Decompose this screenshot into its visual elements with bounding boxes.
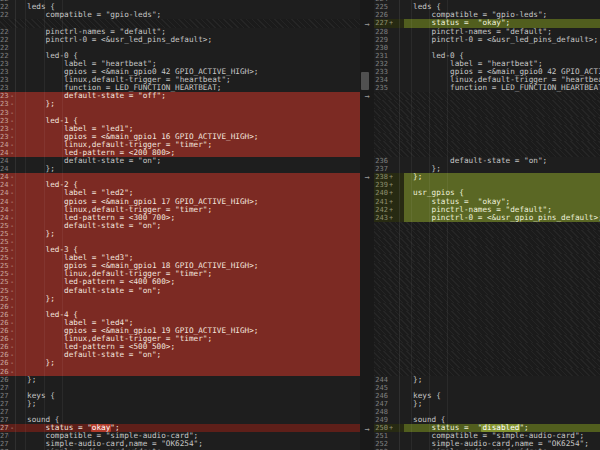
code-line: }; [15, 165, 360, 173]
diff-row-filler [374, 230, 600, 238]
diff-row-context: 277 simple-audio-card,name = "OK6254"; [0, 440, 360, 448]
diff-row-deleted: 262- label = "led4"; [0, 319, 360, 327]
gutter-spacer [393, 44, 404, 52]
line-number: 226 [374, 11, 388, 19]
code-line: pinctrl-names = "default"; [15, 28, 360, 36]
code-line: default-state = "on"; [15, 351, 360, 359]
line-number: 234 [374, 76, 388, 84]
diff-row-changed-new: 250+ status = "disabled"; [374, 424, 600, 432]
code-line [15, 238, 360, 246]
diff-row-context: 251 compatible = "simple-audio-card"; [374, 432, 600, 440]
code-line [404, 384, 600, 392]
diff-row-filler [374, 238, 600, 246]
line-number: 245 [0, 181, 9, 189]
code-line: }; [15, 400, 360, 408]
line-number: 270 [0, 384, 9, 392]
code-line [15, 173, 360, 181]
line-number: 249 [374, 416, 388, 424]
code-line: pinctrl-0 = <&usr_gpio_pins_default>; [404, 214, 600, 222]
diff-row-filler [0, 19, 360, 27]
diff-row-context: 230 [374, 44, 600, 52]
gutter-spacer [393, 214, 404, 222]
diff-row-filler [374, 311, 600, 319]
diff-row-filler [374, 117, 600, 125]
code-line: }; [404, 376, 600, 384]
code-line: linux,default-trigger = "timer"; [15, 335, 360, 343]
diff-row-context: 225leds { [374, 3, 600, 11]
diff-row-deleted: 258- default-state = "on"; [0, 287, 360, 295]
code-line: gpios = <&main_gpio1 18 GPIO_ACTIVE_HIGH… [15, 262, 360, 270]
diff-row-filler [374, 125, 600, 133]
diff-row-deleted: 253- led-3 { [0, 246, 360, 254]
right-pane-new-file[interactable]: 224225leds {226 compatible = "gpio-leds"… [374, 0, 600, 450]
diff-row-context: 225 compatible = "gpio-leds"; [0, 11, 360, 19]
code-line: function = LED_FUNCTION_HEARTBEAT; [404, 84, 600, 92]
code-line: pinctrl-0 = <&usr_led_pins_default>; [404, 36, 600, 44]
code-line: pinctrl-0 = <&usr_led_pins_default>; [15, 36, 360, 44]
line-number: 265 [0, 343, 9, 351]
diff-viewer: 223224leds {225 compatible = "gpio-leds"… [0, 0, 600, 450]
line-number: 237 [374, 165, 388, 173]
diff-row-deleted: 244- [0, 173, 360, 181]
line-number: 227 [0, 36, 9, 44]
diff-row-deleted: 239- gpios = <&main_gpio1 16 GPIO_ACTIVE… [0, 133, 360, 141]
diff-row-context: 246keys { [374, 392, 600, 400]
line-number: 243 [0, 165, 9, 173]
code-line [404, 181, 600, 189]
code-line: label = "heartbeat"; [404, 60, 600, 68]
line-number: 244 [0, 173, 9, 181]
change-arrow-icon[interactable]: → [357, 92, 377, 100]
code-line [15, 109, 360, 117]
diff-row-filler [374, 335, 600, 343]
diff-row-deleted: 261- led-4 { [0, 311, 360, 319]
line-number: 255 [0, 262, 9, 270]
line-number: 254 [0, 254, 9, 262]
diff-row-deleted: 234- default-state = "off"; [0, 92, 360, 100]
diff-row-filler [374, 351, 600, 359]
diff-row-changed-old: 275- status = "okay"; [0, 424, 360, 432]
left-pane-old-file[interactable]: 223224leds {225 compatible = "gpio-leds"… [0, 0, 360, 450]
gutter-spacer [393, 432, 404, 440]
diff-row-deleted: 246- label = "led2"; [0, 189, 360, 197]
code-line [404, 408, 600, 416]
diff-row-context: 236 default-state = "on"; [374, 157, 600, 165]
code-line: gpios = <&main_gpio0 42 GPIO_ACTIVE_HIGH… [15, 68, 360, 76]
center-gutter: →→→→ [360, 0, 374, 450]
diff-row-filler [374, 100, 600, 108]
diff-row-added: 241+ status = "okay"; [374, 198, 600, 206]
diff-row-context: 249sound { [374, 416, 600, 424]
diff-row-deleted: 248- linux,default-trigger = "timer"; [0, 206, 360, 214]
code-line: status = "disabled"; [404, 424, 600, 432]
code-line: }; [404, 173, 600, 181]
diff-row-context: 233 gpios = <&main_gpio0 42 GPIO_ACTIVE_… [374, 68, 600, 76]
change-arrow-icon[interactable]: → [357, 173, 377, 181]
line-number: 250 [0, 222, 9, 230]
gutter-spacer [393, 36, 404, 44]
diff-row-context: 231 gpios = <&main_gpio0 42 GPIO_ACTIVE_… [0, 68, 360, 76]
line-number: 272 [0, 400, 9, 408]
change-arrow-icon[interactable]: → [357, 20, 377, 28]
line-number: 266 [0, 351, 9, 359]
diff-row-context: 248 [374, 408, 600, 416]
line-number: 259 [0, 295, 9, 303]
gutter-spacer [393, 400, 404, 408]
code-line: }; [15, 100, 360, 108]
change-arrow-icon[interactable]: → [357, 425, 377, 433]
diff-row-deleted: 252- [0, 238, 360, 246]
line-number: 273 [0, 408, 9, 416]
code-line: status = "okay"; [15, 424, 360, 432]
diff-row-filler [374, 133, 600, 141]
line-number: 262 [0, 319, 9, 327]
code-line: }; [15, 295, 360, 303]
line-number: 258 [0, 287, 9, 295]
line-number: 249 [0, 214, 9, 222]
diff-row-deleted: 259- }; [0, 295, 360, 303]
scrollbar-thumb[interactable] [361, 72, 369, 90]
code-line: gpios = <&main_gpio1 16 GPIO_ACTIVE_HIGH… [15, 133, 360, 141]
code-line: default-state = "on"; [404, 157, 600, 165]
line-number: 230 [0, 60, 9, 68]
diff-row-deleted: 250- default-state = "on"; [0, 222, 360, 230]
code-line: }; [15, 359, 360, 367]
gutter-spacer [393, 416, 404, 424]
diff-row-deleted: 255- gpios = <&main_gpio1 18 GPIO_ACTIVE… [0, 262, 360, 270]
